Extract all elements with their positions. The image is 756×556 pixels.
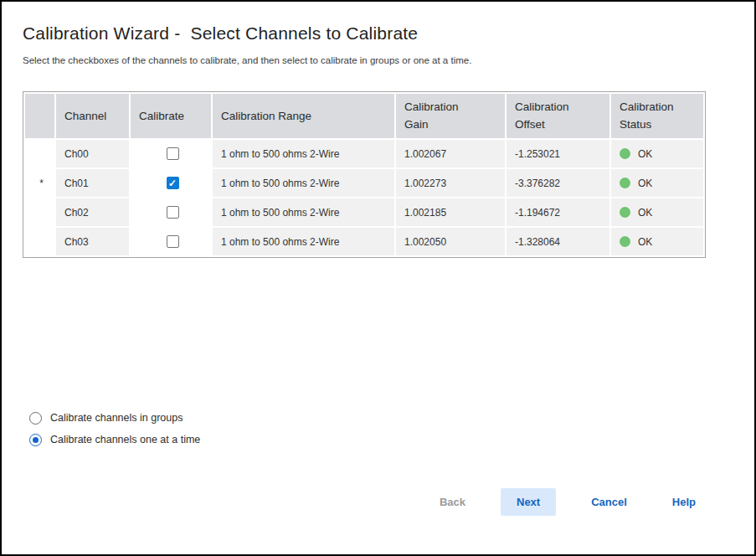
range-cell: 1 ohm to 500 ohms 2-Wire [213,198,394,226]
row-selector-cell: * [25,169,54,197]
cancel-button[interactable]: Cancel [581,488,637,516]
gain-cell: 1.002050 [396,228,505,255]
next-button[interactable]: Next [501,488,556,516]
col-header-range: Calibration Range [213,94,394,138]
calibrate-cell [131,228,211,255]
calibrate-cell [131,140,211,167]
channel-cell: Ch02 [56,198,129,226]
offset-cell: -1.253021 [507,140,609,167]
col-header-offset: Calibration Offset [507,94,609,138]
status-cell: OK [611,169,703,197]
row-selector-cell [25,228,54,255]
calibration-mode-radios: Calibrate channels in groupsCalibrate ch… [29,407,754,450]
channels-table: Channel Calibrate Calibration Range Cali… [23,91,706,258]
table-row[interactable]: *Ch011 ohm to 500 ohms 2-Wire1.002273-3.… [25,169,703,197]
radio-label: Calibrate channels one at a time [50,434,200,445]
radio-label: Calibrate channels in groups [50,412,183,424]
table-row[interactable]: Ch001 ohm to 500 ohms 2-Wire1.002067-1.2… [25,140,703,167]
channel-cell: Ch03 [56,228,129,255]
calibrate-cell [131,169,211,197]
calibration-mode-option[interactable]: Calibrate channels in groups [29,407,754,429]
wizard-footer: Back Next Cancel Help [23,488,754,516]
range-cell: 1 ohm to 500 ohms 2-Wire [213,228,394,255]
calibrate-checkbox[interactable] [167,235,179,248]
status-ok-icon [620,207,630,218]
col-header-gain: Calibration Gain [396,94,505,138]
page-title: Calibration Wizard - Select Channels to … [23,23,754,44]
radio-button[interactable] [29,434,42,446]
col-header-calibrate: Calibrate [131,94,211,138]
calibrate-cell [131,198,211,226]
channel-cell: Ch01 [56,169,129,197]
calibration-mode-option[interactable]: Calibrate channels one at a time [29,429,754,450]
range-cell: 1 ohm to 500 ohms 2-Wire [213,140,394,167]
offset-cell: -1.328064 [507,228,609,255]
table-row[interactable]: Ch021 ohm to 500 ohms 2-Wire1.002185-1.1… [25,198,703,226]
back-button[interactable]: Back [429,488,476,516]
status-ok-icon [620,178,630,188]
status-cell: OK [611,228,703,255]
gain-cell: 1.002067 [396,140,505,167]
table-row[interactable]: Ch031 ohm to 500 ohms 2-Wire1.002050-1.3… [25,228,703,255]
range-cell: 1 ohm to 500 ohms 2-Wire [213,169,394,197]
calibrate-checkbox[interactable] [167,177,179,189]
status-ok-icon [620,148,630,159]
row-selector-cell [25,140,54,167]
gain-cell: 1.002273 [396,169,505,197]
calibration-wizard-dialog: Calibration Wizard - Select Channels to … [2,2,754,516]
col-header-selector [25,94,54,138]
status-cell: OK [611,198,703,226]
help-button[interactable]: Help [662,488,706,516]
row-selector-cell [25,198,54,226]
page-subtitle: Select the checkboxes of the channels to… [23,55,754,65]
channel-cell: Ch00 [56,140,129,167]
calibrate-checkbox[interactable] [167,147,179,160]
radio-button[interactable] [29,412,42,425]
gain-cell: 1.002185 [396,198,505,226]
offset-cell: -1.194672 [507,198,609,226]
col-header-status: Calibration Status [611,94,703,138]
status-cell: OK [611,140,703,167]
offset-cell: -3.376282 [507,169,609,197]
status-ok-icon [620,236,630,247]
col-header-channel: Channel [56,94,129,138]
table-header-row: Channel Calibrate Calibration Range Cali… [25,94,703,138]
calibrate-checkbox[interactable] [167,206,179,219]
